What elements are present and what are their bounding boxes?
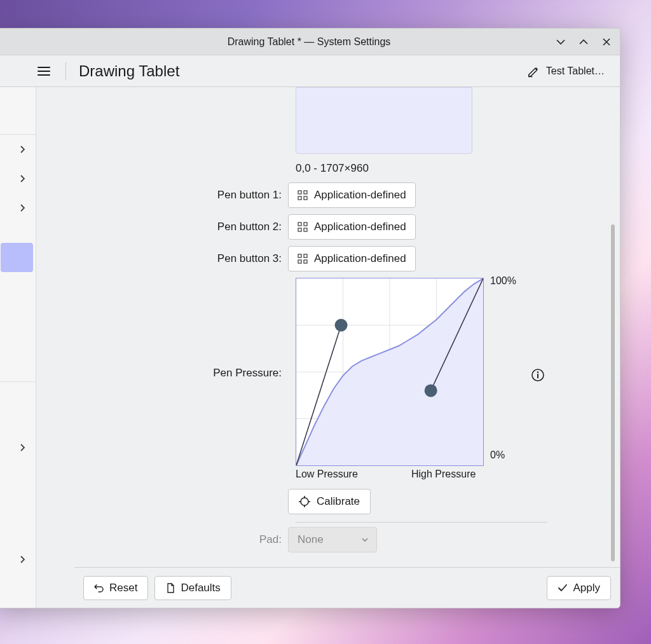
app-grid-icon xyxy=(298,254,308,264)
svg-rect-3 xyxy=(304,196,307,200)
tablet-area-preview[interactable] xyxy=(296,87,472,154)
toolbar: Drawing Tablet Test Tablet… xyxy=(0,55,620,87)
app-grid-icon xyxy=(298,222,308,232)
chevron-right-icon xyxy=(18,203,27,212)
section-divider xyxy=(296,522,547,523)
pressure-handle-low[interactable] xyxy=(335,319,348,332)
test-tablet-button[interactable]: Test Tablet… xyxy=(523,62,608,81)
svg-rect-7 xyxy=(304,228,307,231)
sidebar xyxy=(0,87,36,608)
hamburger-menu-icon[interactable] xyxy=(36,64,51,79)
pen-button-2-dropdown[interactable]: Application-defined xyxy=(288,214,416,240)
svg-rect-1 xyxy=(304,191,307,194)
chevron-right-icon xyxy=(18,443,27,452)
pen-button-3-dropdown[interactable]: Application-defined xyxy=(288,246,416,271)
pad-dropdown-disabled: None xyxy=(288,527,377,552)
toolbar-separator xyxy=(65,62,66,80)
svg-rect-4 xyxy=(298,223,301,226)
pressure-x-low: Low Pressure xyxy=(296,469,358,480)
svg-rect-22 xyxy=(537,374,538,378)
svg-point-23 xyxy=(301,498,308,505)
pad-label: Pad: xyxy=(60,533,288,546)
svg-point-21 xyxy=(537,371,539,373)
main-panel: 0,0 - 1707×960 Pen button 1: Application… xyxy=(36,87,620,608)
svg-rect-5 xyxy=(304,223,307,226)
svg-rect-9 xyxy=(304,254,307,257)
minimize-button[interactable] xyxy=(554,35,568,49)
pen-button-1-label: Pen button 1: xyxy=(60,189,288,202)
crosshair-icon xyxy=(299,496,310,507)
sidebar-item-selected[interactable] xyxy=(1,243,33,272)
svg-rect-8 xyxy=(298,254,301,257)
svg-rect-6 xyxy=(298,228,301,231)
svg-rect-11 xyxy=(304,260,307,263)
app-grid-icon xyxy=(298,190,308,200)
pen-button-3-label: Pen button 3: xyxy=(60,252,288,265)
pen-pressure-label: Pen Pressure: xyxy=(60,367,288,380)
pressure-x-high: High Pressure xyxy=(411,469,476,480)
svg-rect-2 xyxy=(298,196,301,200)
svg-rect-10 xyxy=(298,260,301,263)
pen-button-2-label: Pen button 2: xyxy=(60,221,288,233)
chevron-right-icon xyxy=(18,174,27,183)
sidebar-item-3[interactable] xyxy=(0,193,36,223)
chevron-right-icon xyxy=(18,555,27,564)
pressure-handle-high[interactable] xyxy=(425,384,437,397)
apply-button[interactable]: Apply xyxy=(547,576,611,600)
pressure-y-100: 100% xyxy=(490,275,516,287)
page-title: Drawing Tablet xyxy=(79,62,179,80)
sidebar-item-5[interactable] xyxy=(0,545,36,574)
window-title: Drawing Tablet * — System Settings xyxy=(228,36,391,48)
maximize-button[interactable] xyxy=(577,35,591,49)
pressure-y-0: 0% xyxy=(490,449,505,461)
pen-button-1-dropdown[interactable]: Application-defined xyxy=(288,182,416,208)
pressure-curve-editor[interactable] xyxy=(296,278,484,466)
sidebar-item-1[interactable] xyxy=(0,135,36,164)
close-button[interactable] xyxy=(600,35,613,49)
main-scrollbar[interactable] xyxy=(610,91,616,566)
coordinate-readout: 0,0 - 1707×960 xyxy=(296,162,369,175)
svg-rect-0 xyxy=(298,191,301,194)
chevron-down-icon xyxy=(361,536,369,544)
sidebar-item-4[interactable] xyxy=(0,433,36,462)
info-icon[interactable] xyxy=(531,368,545,382)
footer: Reset Defaults Apply xyxy=(74,568,620,608)
check-icon xyxy=(558,583,568,593)
calibrate-button[interactable]: Calibrate xyxy=(288,489,371,514)
sidebar-item-2[interactable] xyxy=(0,164,36,193)
settings-window: Drawing Tablet * — System Settings Drawi… xyxy=(0,28,620,608)
chevron-right-icon xyxy=(18,145,27,154)
defaults-button[interactable]: Defaults xyxy=(154,576,231,600)
tablet-test-icon xyxy=(527,64,541,78)
undo-icon xyxy=(94,583,104,593)
document-reset-icon xyxy=(165,583,175,593)
titlebar: Drawing Tablet * — System Settings xyxy=(0,29,620,55)
reset-button[interactable]: Reset xyxy=(83,576,148,600)
